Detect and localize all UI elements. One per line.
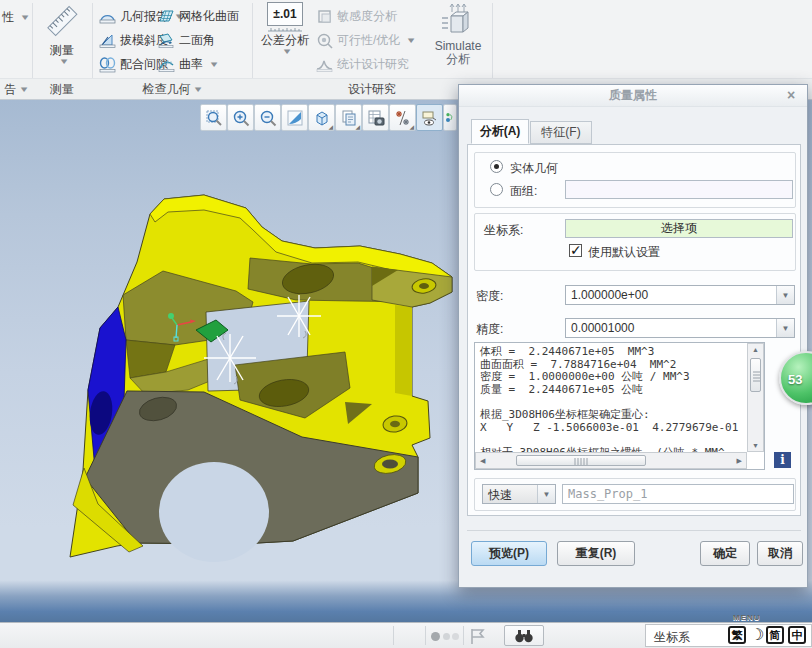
dihedral-angle-button[interactable]: 二面角 xyxy=(158,29,215,51)
ruler-icon xyxy=(42,2,82,42)
zoom-out-button[interactable] xyxy=(254,104,281,131)
quilt-input[interactable] xyxy=(565,180,793,199)
measure-label: 测量 xyxy=(50,43,74,57)
accuracy-value: 0.00001000 xyxy=(571,321,634,335)
dialog-titlebar[interactable]: 质量属性 × xyxy=(459,85,807,107)
check-geometry-group-label[interactable]: 检查几何▼ xyxy=(92,79,252,100)
solid-geometry-radio[interactable] xyxy=(490,160,503,173)
statistical-study-label: 统计设计研究 xyxy=(337,56,409,73)
mass-properties-dialog: 质量属性 × 分析(A) 特征(F) 实体几何 面组: 坐标系: 选择项 使用默… xyxy=(458,84,808,588)
annotation-display-icon xyxy=(421,109,439,127)
thumb-grip-icon xyxy=(751,359,762,393)
results-hscrollbar[interactable]: ◀ ▶ xyxy=(475,452,747,469)
results-box[interactable]: 体积 = 2.2440671e+05 MM^3 曲面面积 = 7.7884716… xyxy=(474,342,765,470)
application-window: 性▼ 测量 ▼ 几何报告▼ 拔模斜度 配合间隙 xyxy=(0,0,812,648)
zoom-fit-icon xyxy=(205,109,223,127)
chevron-down-icon[interactable]: ▼ xyxy=(776,286,794,304)
chevron-down-icon[interactable]: ▼ xyxy=(537,485,555,503)
quilt-radio[interactable] xyxy=(490,183,503,196)
use-default-label: 使用默认设置 xyxy=(588,244,660,261)
design-study-group-label: 设计研究 xyxy=(252,79,492,100)
density-combo[interactable]: 1.000000e+00 ▼ xyxy=(565,285,795,305)
chevron-down-icon: ◢ xyxy=(355,123,360,130)
results-text: 体积 = 2.2440671e+05 MM^3 曲面面积 = 7.7884716… xyxy=(480,346,740,459)
sensitivity-icon xyxy=(316,8,333,25)
statistical-study-button[interactable]: 统计设计研究 xyxy=(316,53,409,75)
mesh-surface-icon xyxy=(158,8,175,25)
accuracy-combo[interactable]: 0.00001000 ▼ xyxy=(565,318,795,338)
repaint-icon xyxy=(286,109,304,127)
clipped-group-button[interactable]: 性▼ xyxy=(2,6,29,28)
datum-display-button[interactable]: ◢ xyxy=(389,104,416,131)
quilt-label: 面组: xyxy=(510,183,537,200)
status-dot-icon xyxy=(452,633,459,640)
ok-button[interactable]: 确定 xyxy=(700,541,750,566)
csys-selector[interactable]: 选择项 xyxy=(565,219,793,238)
statusbar-separator xyxy=(463,626,464,645)
scroll-down-icon[interactable]: ▼ xyxy=(748,442,763,449)
cancel-button[interactable]: 取消 xyxy=(757,541,803,566)
zoom-out-icon xyxy=(259,109,277,127)
ime-simplified-button[interactable]: 简 xyxy=(766,626,784,644)
view-manager-button[interactable] xyxy=(362,104,389,131)
thumb-grip-icon xyxy=(517,456,647,467)
simulate-analysis-button[interactable]: Simulate 分析 xyxy=(426,2,490,76)
chevron-down-icon: ◢ xyxy=(409,123,414,130)
mesh-surface-label: 网格化曲面 xyxy=(179,8,239,25)
spin-center-icon xyxy=(444,109,456,127)
vscroll-thumb[interactable] xyxy=(750,358,761,392)
chevron-down-icon: ▼ xyxy=(406,36,417,45)
feasibility-button[interactable]: 可行性/优化▼ xyxy=(316,29,415,51)
zoom-in-button[interactable] xyxy=(227,104,254,131)
quick-combo[interactable]: 快速 ▼ xyxy=(482,484,556,504)
scroll-right-icon[interactable]: ▶ xyxy=(737,457,742,465)
density-value: 1.000000e+00 xyxy=(571,288,648,302)
feasibility-icon xyxy=(316,32,333,49)
preview-button[interactable]: 预览(P) xyxy=(471,541,547,566)
search-button[interactable] xyxy=(504,625,544,646)
measure-button[interactable]: 测量 ▼ xyxy=(34,2,90,76)
hscroll-thumb[interactable] xyxy=(516,455,646,466)
dialog-title: 质量属性 xyxy=(609,87,657,104)
ime-fullwidth-moon-icon[interactable]: ☽ xyxy=(750,625,764,644)
flag-icon[interactable] xyxy=(469,628,487,645)
analysis-tab-page: 实体几何 面组: 坐标系: 选择项 使用默认设置 密度: 1.000000e+0… xyxy=(467,144,801,516)
repaint-button[interactable] xyxy=(281,104,308,131)
tab-analysis-label: 分析(A) xyxy=(480,123,521,140)
pair-clearance-icon xyxy=(99,56,116,73)
bell-curve-icon xyxy=(316,56,333,73)
annotation-display-button[interactable] xyxy=(416,104,443,131)
density-label: 密度: xyxy=(476,288,503,305)
analysis-name-value: Mass_Prop_1 xyxy=(568,487,647,501)
use-default-checkbox[interactable] xyxy=(569,244,582,257)
ime-menu-label: MENU xyxy=(733,613,761,622)
chevron-down-icon[interactable]: ▼ xyxy=(776,319,794,337)
saved-views-button[interactable]: ◢ xyxy=(335,104,362,131)
scroll-left-icon[interactable]: ◀ xyxy=(480,457,485,465)
tolerance-icon: ±.01 xyxy=(267,2,303,26)
ime-language-button[interactable]: 中 xyxy=(788,626,806,644)
dihedral-angle-label: 二面角 xyxy=(179,32,215,49)
zoom-fit-button[interactable] xyxy=(200,104,227,131)
results-vscrollbar[interactable]: ▲ ▼ xyxy=(747,343,764,452)
simulate-label-1: Simulate xyxy=(435,39,482,53)
sensitivity-analysis-button[interactable]: 敏感度分析 xyxy=(316,5,397,27)
mesh-surface-button[interactable]: 网格化曲面 xyxy=(158,5,239,27)
info-button[interactable]: i xyxy=(774,452,791,468)
repeat-button[interactable]: 重复(R) xyxy=(557,541,635,566)
tab-feature[interactable]: 特征(F) xyxy=(530,121,592,144)
analysis-name-input[interactable]: Mass_Prop_1 xyxy=(562,484,794,504)
spin-center-button[interactable] xyxy=(443,104,457,131)
scroll-up-icon[interactable]: ▲ xyxy=(748,346,763,353)
tolerance-analysis-button[interactable]: ±.01 公差分析 ▼ xyxy=(258,2,312,76)
curvature-button[interactable]: 曲率▼ xyxy=(158,53,218,75)
draft-angle-icon xyxy=(99,32,116,49)
ime-toolbar: MENU 繁 ☽ 简 中 xyxy=(700,614,812,648)
clipped-group-footer[interactable]: 告▼ xyxy=(0,79,32,100)
simulate-cube-icon xyxy=(438,2,478,38)
accuracy-label: 精度: xyxy=(476,321,503,338)
standard-view-button[interactable]: ◢ xyxy=(308,104,335,131)
ime-traditional-button[interactable]: 繁 xyxy=(728,626,746,644)
close-icon[interactable]: × xyxy=(783,88,799,104)
tab-analysis[interactable]: 分析(A) xyxy=(471,119,529,144)
